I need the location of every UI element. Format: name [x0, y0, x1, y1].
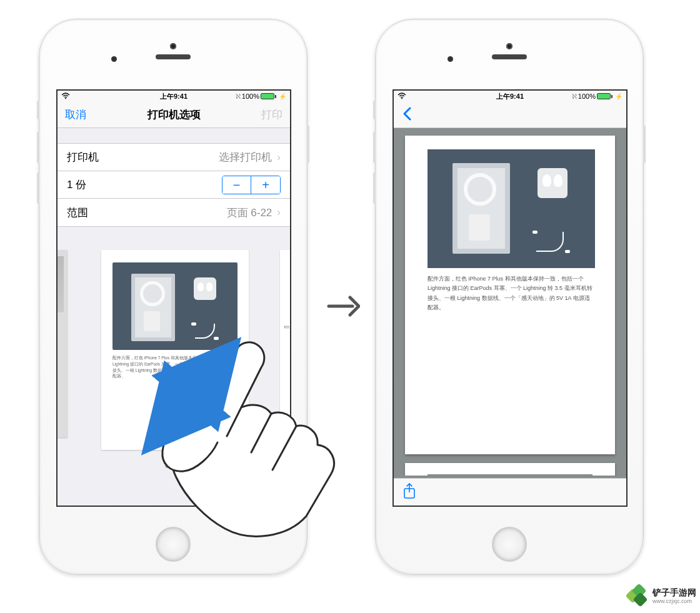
- watermark: 铲子手游网 www.czjxjc.com: [628, 586, 696, 607]
- preview-page-current[interactable]: 配件方面，红色 iPhone 7 Plus 和其他版本保持一致，包括一个 Lig…: [101, 250, 249, 450]
- statusbar-time: 上午9:41: [394, 92, 626, 101]
- status-bar: 上午9:41 ℵ 100% ⚡: [58, 91, 290, 102]
- toolbar: [394, 478, 626, 506]
- arrow-right-icon: [326, 294, 360, 321]
- preview-page-prev[interactable]: [58, 250, 68, 437]
- row-range[interactable]: 范围 页面 6-22 ›: [58, 199, 290, 226]
- copies-stepper: − +: [222, 176, 281, 194]
- print-options-list: 打印机 选择打印机 › 1 份 − + 范围 页面 6-22: [58, 143, 290, 227]
- watermark-logo-icon: [628, 586, 649, 607]
- phone-left: 上午9:41 ℵ 100% ⚡ 取消 打印机选项 打印 打印机 选择打印机 ›: [39, 19, 308, 575]
- watermark-name: 铲子手游网: [652, 588, 696, 597]
- preview-page-next[interactable]: 相比起来 没想象中: [280, 250, 290, 437]
- preview-area[interactable]: 配件方面，红色 iPhone 7 Plus 和其他版本保持一致，包括一个 Lig…: [58, 237, 290, 506]
- battery-icon: [261, 93, 276, 99]
- page-title: 打印机选项: [58, 107, 290, 122]
- preview-photo: [428, 149, 595, 268]
- share-button[interactable]: [402, 483, 416, 502]
- home-button[interactable]: [156, 527, 191, 562]
- row-printer-value: 选择打印机: [219, 150, 272, 164]
- screen-preview-zoom: 上午9:41 ℵ 100% ⚡ 配件方面，红色 iPhone 7 Plus 和其…: [392, 89, 628, 507]
- chevron-right-icon: ›: [277, 151, 281, 164]
- preview-page-next[interactable]: [405, 463, 615, 476]
- row-copies: 1 份 − +: [58, 171, 290, 199]
- chevron-right-icon: ›: [277, 206, 281, 219]
- row-range-value: 页面 6-22: [227, 206, 272, 220]
- row-range-label: 范围: [67, 206, 88, 220]
- home-button[interactable]: [492, 527, 527, 562]
- preview-page-current[interactable]: 配件方面，红色 iPhone 7 Plus 和其他版本保持一致，包括一个 Lig…: [405, 136, 615, 454]
- navbar: 取消 打印机选项 打印: [58, 102, 290, 128]
- statusbar-time: 上午9:41: [58, 92, 290, 101]
- row-printer-label: 打印机: [67, 150, 99, 164]
- preview-caption: 配件方面，红色 iPhone 7 Plus 和其他版本保持一致，包括一个 Lig…: [112, 355, 238, 379]
- preview-page-label: 6 页: [58, 459, 290, 472]
- screen-print-options: 上午9:41 ℵ 100% ⚡ 取消 打印机选项 打印 打印机 选择打印机 ›: [56, 89, 291, 507]
- stepper-plus-button[interactable]: +: [251, 176, 280, 194]
- battery-icon: [597, 93, 612, 99]
- preview-photo: [112, 262, 238, 350]
- row-printer[interactable]: 打印机 选择打印机 ›: [58, 144, 290, 171]
- stepper-minus-button[interactable]: −: [222, 176, 251, 194]
- status-bar: 上午9:41 ℵ 100% ⚡: [394, 91, 626, 102]
- preview-full[interactable]: 配件方面，红色 iPhone 7 Plus 和其他版本保持一致，包括一个 Lig…: [394, 128, 626, 476]
- watermark-url: www.czjxjc.com: [652, 598, 696, 604]
- phone-right: 上午9:41 ℵ 100% ⚡ 配件方面，红色 iPhone 7 Plus 和其…: [375, 19, 644, 575]
- navbar: [394, 102, 626, 128]
- back-button[interactable]: [401, 107, 411, 123]
- preview-caption: 配件方面，红色 iPhone 7 Plus 和其他版本保持一致，包括一个 Lig…: [428, 274, 592, 312]
- row-copies-label: 1 份: [67, 177, 86, 192]
